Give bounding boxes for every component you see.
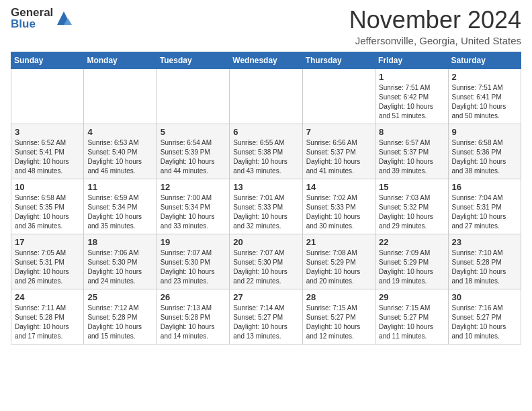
table-row: 25 Sunrise: 7:12 AMSunset: 5:28 PMDaylig…: [84, 289, 157, 344]
table-row: 4 Sunrise: 6:53 AMSunset: 5:40 PMDayligh…: [84, 124, 157, 179]
day-info: Sunrise: 7:02 AMSunset: 5:33 PMDaylight:…: [306, 194, 361, 230]
day-number: 7: [306, 127, 371, 137]
table-row: [230, 68, 302, 124]
day-number: 10: [15, 182, 80, 192]
col-monday: Monday: [84, 52, 157, 68]
day-number: 16: [452, 182, 517, 192]
table-row: 10 Sunrise: 6:58 AMSunset: 5:35 PMDaylig…: [11, 179, 84, 234]
day-number: 14: [306, 182, 371, 192]
day-info: Sunrise: 6:57 AMSunset: 5:37 PMDaylight:…: [379, 139, 433, 175]
day-info: Sunrise: 7:00 AMSunset: 5:34 PMDaylight:…: [161, 194, 215, 230]
table-row: 6 Sunrise: 6:55 AMSunset: 5:38 PMDayligh…: [230, 124, 302, 179]
table-row: 29 Sunrise: 7:15 AMSunset: 5:27 PMDaylig…: [375, 289, 448, 344]
table-row: 12 Sunrise: 7:00 AMSunset: 5:34 PMDaylig…: [157, 179, 229, 234]
day-number: 22: [379, 237, 444, 247]
day-info: Sunrise: 7:11 AMSunset: 5:28 PMDaylight:…: [15, 304, 69, 340]
calendar-week-3: 10 Sunrise: 6:58 AMSunset: 5:35 PMDaylig…: [11, 179, 521, 234]
day-info: Sunrise: 7:15 AMSunset: 5:27 PMDaylight:…: [379, 304, 433, 340]
day-info: Sunrise: 7:10 AMSunset: 5:28 PMDaylight:…: [452, 249, 506, 285]
table-row: 14 Sunrise: 7:02 AMSunset: 5:33 PMDaylig…: [302, 179, 375, 234]
day-info: Sunrise: 6:53 AMSunset: 5:40 PMDaylight:…: [87, 139, 142, 175]
table-row: [302, 68, 375, 124]
day-number: 26: [161, 292, 226, 302]
col-thursday: Thursday: [302, 52, 375, 68]
col-saturday: Saturday: [448, 52, 521, 68]
table-row: 11 Sunrise: 6:59 AMSunset: 5:34 PMDaylig…: [84, 179, 157, 234]
col-tuesday: Tuesday: [157, 52, 229, 68]
day-number: 23: [452, 237, 517, 247]
day-number: 20: [233, 237, 298, 247]
table-row: [84, 68, 157, 124]
table-row: 27 Sunrise: 7:14 AMSunset: 5:27 PMDaylig…: [230, 289, 302, 344]
day-number: 4: [87, 127, 152, 137]
table-row: 28 Sunrise: 7:15 AMSunset: 5:27 PMDaylig…: [302, 289, 375, 344]
day-info: Sunrise: 7:01 AMSunset: 5:33 PMDaylight:…: [233, 194, 287, 230]
calendar-week-1: 1 Sunrise: 7:51 AMSunset: 6:42 PMDayligh…: [11, 68, 521, 124]
day-info: Sunrise: 6:55 AMSunset: 5:38 PMDaylight:…: [233, 139, 287, 175]
calendar-week-4: 17 Sunrise: 7:05 AMSunset: 5:31 PMDaylig…: [11, 234, 521, 289]
day-number: 13: [233, 182, 298, 192]
table-row: 30 Sunrise: 7:16 AMSunset: 5:27 PMDaylig…: [448, 289, 521, 344]
table-row: [11, 68, 84, 124]
day-info: Sunrise: 7:14 AMSunset: 5:27 PMDaylight:…: [233, 304, 287, 340]
table-row: 17 Sunrise: 7:05 AMSunset: 5:31 PMDaylig…: [11, 234, 84, 289]
table-row: 3 Sunrise: 6:52 AMSunset: 5:41 PMDayligh…: [11, 124, 84, 179]
day-info: Sunrise: 7:51 AMSunset: 6:41 PMDaylight:…: [452, 84, 506, 120]
calendar-header-row: Sunday Monday Tuesday Wednesday Thursday…: [11, 52, 521, 68]
table-row: 21 Sunrise: 7:08 AMSunset: 5:29 PMDaylig…: [302, 234, 375, 289]
day-info: Sunrise: 7:06 AMSunset: 5:30 PMDaylight:…: [87, 249, 142, 285]
col-sunday: Sunday: [11, 52, 84, 68]
table-row: 20 Sunrise: 7:07 AMSunset: 5:30 PMDaylig…: [230, 234, 302, 289]
day-number: 15: [379, 182, 444, 192]
header: General Blue November 2024 Jeffersonvill…: [11, 7, 521, 46]
day-number: 25: [87, 292, 152, 302]
table-row: 2 Sunrise: 7:51 AMSunset: 6:41 PMDayligh…: [448, 68, 521, 124]
page: General Blue November 2024 Jeffersonvill…: [0, 0, 532, 351]
day-number: 6: [233, 127, 298, 137]
day-info: Sunrise: 7:13 AMSunset: 5:28 PMDaylight:…: [161, 304, 215, 340]
day-number: 8: [379, 127, 444, 137]
calendar-week-5: 24 Sunrise: 7:11 AMSunset: 5:28 PMDaylig…: [11, 289, 521, 344]
table-row: 24 Sunrise: 7:11 AMSunset: 5:28 PMDaylig…: [11, 289, 84, 344]
day-info: Sunrise: 7:09 AMSunset: 5:29 PMDaylight:…: [379, 249, 433, 285]
day-number: 2: [452, 72, 517, 82]
day-number: 30: [452, 292, 517, 302]
day-number: 19: [161, 237, 226, 247]
day-number: 11: [87, 182, 152, 192]
table-row: 23 Sunrise: 7:10 AMSunset: 5:28 PMDaylig…: [448, 234, 521, 289]
col-wednesday: Wednesday: [230, 52, 302, 68]
day-number: 5: [161, 127, 226, 137]
day-info: Sunrise: 6:58 AMSunset: 5:35 PMDaylight:…: [15, 194, 69, 230]
month-title: November 2024: [349, 7, 521, 34]
table-row: [157, 68, 229, 124]
day-number: 17: [15, 237, 80, 247]
day-info: Sunrise: 6:54 AMSunset: 5:39 PMDaylight:…: [161, 139, 215, 175]
day-info: Sunrise: 7:05 AMSunset: 5:31 PMDaylight:…: [15, 249, 69, 285]
table-row: 1 Sunrise: 7:51 AMSunset: 6:42 PMDayligh…: [375, 68, 448, 124]
logo: General Blue: [11, 7, 73, 30]
day-info: Sunrise: 7:03 AMSunset: 5:32 PMDaylight:…: [379, 194, 433, 230]
logo-text: General Blue: [11, 7, 53, 30]
day-info: Sunrise: 6:56 AMSunset: 5:37 PMDaylight:…: [306, 139, 361, 175]
table-row: 9 Sunrise: 6:58 AMSunset: 5:36 PMDayligh…: [448, 124, 521, 179]
day-number: 21: [306, 237, 371, 247]
table-row: 13 Sunrise: 7:01 AMSunset: 5:33 PMDaylig…: [230, 179, 302, 234]
table-row: 15 Sunrise: 7:03 AMSunset: 5:32 PMDaylig…: [375, 179, 448, 234]
day-info: Sunrise: 7:04 AMSunset: 5:31 PMDaylight:…: [452, 194, 506, 230]
day-number: 18: [87, 237, 152, 247]
day-number: 3: [15, 127, 80, 137]
day-info: Sunrise: 7:08 AMSunset: 5:29 PMDaylight:…: [306, 249, 361, 285]
calendar-week-2: 3 Sunrise: 6:52 AMSunset: 5:41 PMDayligh…: [11, 124, 521, 179]
day-number: 24: [15, 292, 80, 302]
table-row: 22 Sunrise: 7:09 AMSunset: 5:29 PMDaylig…: [375, 234, 448, 289]
day-number: 28: [306, 292, 371, 302]
day-info: Sunrise: 6:58 AMSunset: 5:36 PMDaylight:…: [452, 139, 506, 175]
col-friday: Friday: [375, 52, 448, 68]
table-row: 18 Sunrise: 7:06 AMSunset: 5:30 PMDaylig…: [84, 234, 157, 289]
table-row: 26 Sunrise: 7:13 AMSunset: 5:28 PMDaylig…: [157, 289, 229, 344]
logo-blue: Blue: [11, 18, 53, 30]
day-number: 27: [233, 292, 298, 302]
logo-general: General: [11, 7, 53, 18]
day-info: Sunrise: 7:07 AMSunset: 5:30 PMDaylight:…: [161, 249, 215, 285]
table-row: 5 Sunrise: 6:54 AMSunset: 5:39 PMDayligh…: [157, 124, 229, 179]
